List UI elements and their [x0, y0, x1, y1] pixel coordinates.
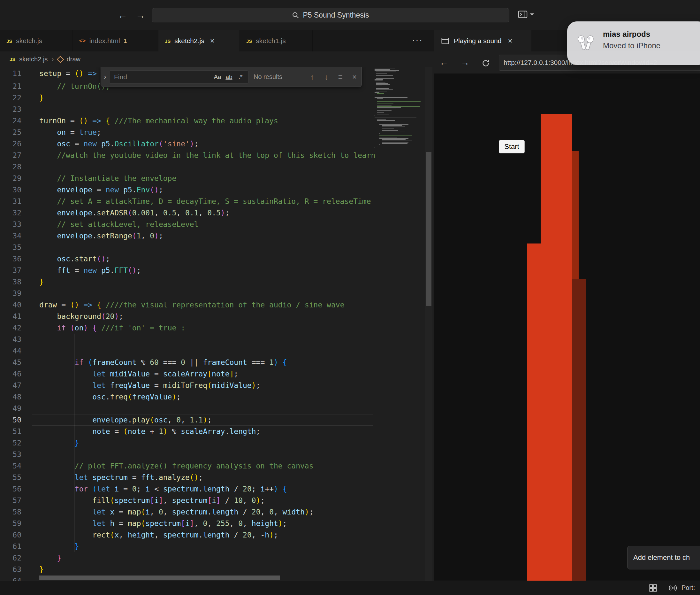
code-line[interactable]: note = (note + 1) % scaleArray.length;	[39, 426, 260, 437]
line-number: 23	[0, 104, 21, 115]
tab-playing-a-sound[interactable]: Playing a sound ×	[434, 30, 531, 52]
code-line[interactable]: }	[39, 541, 79, 552]
code-line[interactable]: osc.start();	[39, 253, 110, 264]
code-line[interactable]: if (on) { ///if 'on' = true :	[39, 322, 185, 334]
code-line[interactable]: // plot FFT.analyze() frequency analysis…	[39, 460, 313, 472]
history-back-button[interactable]: ←	[116, 0, 130, 30]
find-input[interactable]	[113, 73, 212, 81]
extensions-grid-icon[interactable]	[649, 584, 657, 593]
regex-button[interactable]: .*	[235, 74, 246, 81]
find-next-button[interactable]: ↓	[319, 73, 333, 82]
code-line[interactable]: rect(x, height, spectrum.length / 20, -h…	[39, 529, 278, 541]
ports-broadcast-icon[interactable]	[669, 584, 677, 593]
modified-badge: 1	[124, 38, 127, 45]
close-icon[interactable]: ×	[210, 36, 215, 46]
tab-sketchjs[interactable]: JS sketch.js	[0, 30, 73, 52]
code-line[interactable]: }	[39, 276, 44, 288]
minimap-line	[376, 76, 393, 76]
code-line[interactable]: draw = () => { ////the visual representa…	[39, 299, 344, 311]
code-editor[interactable]: 11setup = () =>21 // turnOn();22}2324tur…	[0, 67, 434, 580]
minimap-line	[374, 97, 407, 98]
line-number: 24	[0, 115, 21, 126]
code-line[interactable]: setup = () =>	[39, 68, 97, 79]
line-number: 28	[0, 161, 21, 173]
minimap-line	[374, 147, 375, 148]
scrollbar-track	[425, 67, 432, 580]
code-line[interactable]: background(20);	[39, 311, 123, 322]
minimap-line	[379, 144, 380, 145]
breadcrumb-file[interactable]: sketch2.js	[19, 56, 48, 63]
code-line[interactable]: }	[39, 564, 44, 575]
code-line[interactable]: envelope.setADSR(0.001, 0.5, 0.1, 0.5);	[39, 207, 230, 219]
find-results-count: No results	[253, 73, 282, 81]
minimap[interactable]	[373, 67, 424, 233]
breadcrumb-symbol[interactable]: draw	[67, 56, 81, 63]
code-line[interactable]: if (frameCount % 60 === 0 || frameCount …	[39, 357, 287, 368]
minimap-line	[382, 131, 398, 131]
whole-word-button[interactable]: ab	[223, 74, 235, 81]
start-button[interactable]: Start	[499, 140, 525, 153]
close-icon[interactable]: ×	[508, 36, 512, 46]
browser-reload-button[interactable]	[479, 52, 492, 74]
line-number: 63	[0, 564, 21, 575]
tab-label: Playing a sound	[454, 37, 501, 45]
horizontal-scrollbar-thumb[interactable]	[39, 575, 280, 580]
ports-label[interactable]: Port:	[681, 584, 695, 592]
minimap-line	[382, 132, 405, 132]
line-number: 49	[0, 403, 21, 414]
browser-forward-button[interactable]: →	[459, 52, 471, 74]
code-line[interactable]: let spectrum = fft.analyze();	[39, 472, 203, 483]
line-number: 51	[0, 426, 21, 437]
code-line[interactable]: let h = map(spectrum[i], 0, 255, 0, heig…	[39, 518, 287, 529]
code-line[interactable]: envelope.play(osc, 0, 1.1);	[39, 414, 212, 426]
search-icon	[292, 11, 300, 19]
reload-icon	[482, 59, 490, 67]
add-element-to-chat-button[interactable]: Add element to ch	[627, 546, 700, 569]
line-number: 60	[0, 529, 21, 541]
code-line[interactable]: //watch the youtube video in the link at…	[39, 149, 375, 161]
line-number: 57	[0, 495, 21, 506]
code-line[interactable]: turnOn = () => { ///The mechanical way t…	[39, 115, 278, 126]
code-line[interactable]: let midiValue = scaleArray[note];	[39, 368, 238, 379]
code-line[interactable]: osc.freq(freqValue);	[39, 391, 181, 403]
find-replace-toggle[interactable]: ›	[101, 67, 109, 87]
line-number: 45	[0, 357, 21, 368]
code-line[interactable]: envelope.setRange(1, 0);	[39, 230, 163, 242]
code-line[interactable]: fill(spectrum[i], spectrum[i] / 10, 0);	[39, 495, 265, 506]
command-center-search[interactable]: P5 Sound Synthesis	[152, 8, 509, 22]
code-line[interactable]: osc = new p5.Oscillator('sine');	[39, 138, 199, 149]
line-number: 31	[0, 196, 21, 207]
vertical-scrollbar-thumb[interactable]	[426, 152, 431, 306]
code-line[interactable]: }	[39, 552, 61, 564]
line-number: 36	[0, 253, 21, 264]
code-line[interactable]: on = true;	[39, 126, 101, 138]
code-line[interactable]: envelope = new p5.Env();	[39, 184, 163, 196]
indent-guide	[74, 334, 75, 552]
code-line[interactable]: // set attackLevel, releaseLevel	[39, 219, 199, 230]
tab-indexhtml[interactable]: <> index.html 1	[73, 30, 158, 52]
browser-back-button[interactable]: ←	[437, 52, 450, 74]
tab-sketch2js[interactable]: JS sketch2.js ×	[158, 30, 240, 52]
layout-toggle-button[interactable]	[518, 9, 534, 19]
find-close-button[interactable]: ×	[347, 73, 362, 82]
code-line[interactable]: // Instantiate the envelope	[39, 173, 176, 184]
code-line[interactable]: }	[39, 92, 44, 104]
line-number: 39	[0, 288, 21, 299]
code-line[interactable]: let freqValue = midiToFreq(midiValue);	[39, 379, 260, 391]
tab-label: sketch2.js	[174, 37, 204, 45]
find-previous-button[interactable]: ↑	[305, 73, 319, 82]
code-line[interactable]: for (let i = 0; i < spectrum.length / 20…	[39, 483, 287, 495]
more-actions-button[interactable]: ···	[412, 30, 423, 52]
tab-sketch1js[interactable]: JS sketch1.js	[240, 30, 313, 52]
code-line[interactable]: // set A = attackTime, D = decayTime, S …	[39, 196, 371, 207]
code-line[interactable]: // turnOn();	[39, 81, 110, 92]
minimap-line	[377, 101, 421, 102]
find-widget: › Aa ab .* No results ↑ ↓ ≡ ×	[100, 67, 362, 87]
code-line[interactable]: fft = new p5.FFT();	[39, 264, 141, 276]
history-forward-button[interactable]: →	[133, 0, 148, 30]
airpods-notification[interactable]: mias airpods Moved to iPhone	[567, 21, 700, 65]
find-in-selection-button[interactable]: ≡	[333, 73, 347, 82]
match-case-button[interactable]: Aa	[212, 74, 223, 81]
code-line[interactable]: let x = map(i, 0, spectrum.length / 20, …	[39, 506, 313, 518]
code-line[interactable]: }	[39, 437, 79, 449]
